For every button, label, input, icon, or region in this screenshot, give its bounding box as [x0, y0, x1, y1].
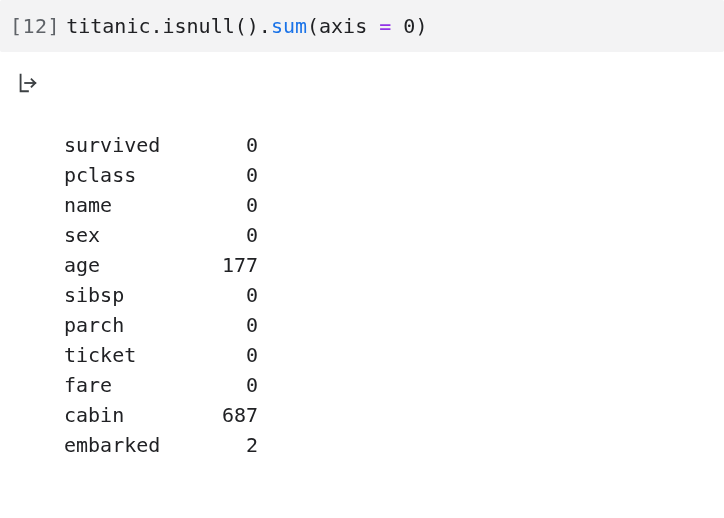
execution-count: [12] [10, 14, 66, 38]
output-series-label: ticket [64, 340, 204, 370]
notebook-cell: [12] titanic.isnull().sum(axis = 0) surv… [0, 0, 724, 518]
output-series-value: 2 [204, 430, 258, 460]
output-series-label: age [64, 250, 204, 280]
output-series-value: 0 [204, 160, 258, 190]
output-series-label: sex [64, 220, 204, 250]
output-series-row: sibsp0 [64, 280, 258, 310]
output-series-value: 0 [204, 220, 258, 250]
input-area[interactable]: [12] titanic.isnull().sum(axis = 0) [0, 0, 724, 52]
output-series-value: 0 [204, 370, 258, 400]
output-series-value: 0 [204, 130, 258, 160]
output-series-row: survived0 [64, 130, 258, 160]
output-series-row: ticket0 [64, 340, 258, 370]
output-series-row: pclass0 [64, 160, 258, 190]
output-series-value: 0 [204, 280, 258, 310]
output-series-row: parch0 [64, 310, 258, 340]
output-series-value: 0 [204, 310, 258, 340]
output-series-value: 0 [204, 190, 258, 220]
output-series-row: age177 [64, 250, 258, 280]
output-series-label: fare [64, 370, 204, 400]
code-token-equals: = [379, 14, 391, 38]
output-series-row: fare0 [64, 370, 258, 400]
output-series-row: name0 [64, 190, 258, 220]
code-token: titanic.isnull(). [66, 14, 271, 38]
output-series-label: pclass [64, 160, 204, 190]
output-series-label: parch [64, 310, 204, 340]
output-area: survived0pclass0name0sex0age177sibsp0par… [0, 52, 724, 518]
output-series-row: embarked2 [64, 430, 258, 460]
output-series-label: name [64, 190, 204, 220]
output-series-label: sibsp [64, 280, 204, 310]
output-series-row: cabin687 [64, 400, 258, 430]
output-series-value: 687 [204, 400, 258, 430]
output-series-row: sex0 [64, 220, 258, 250]
output-arrow-icon[interactable] [16, 72, 38, 94]
code-token: 0) [391, 14, 427, 38]
output-series-label: survived [64, 130, 204, 160]
output-series-label: embarked [64, 430, 204, 460]
output-text: survived0pclass0name0sex0age177sibsp0par… [52, 70, 258, 518]
output-series-value: 0 [204, 340, 258, 370]
code-token-method: sum [271, 14, 307, 38]
output-gutter [16, 70, 52, 94]
code-token: (axis [307, 14, 379, 38]
code-line[interactable]: titanic.isnull().sum(axis = 0) [66, 14, 427, 38]
output-series-value: 177 [204, 250, 258, 280]
output-series-label: cabin [64, 400, 204, 430]
